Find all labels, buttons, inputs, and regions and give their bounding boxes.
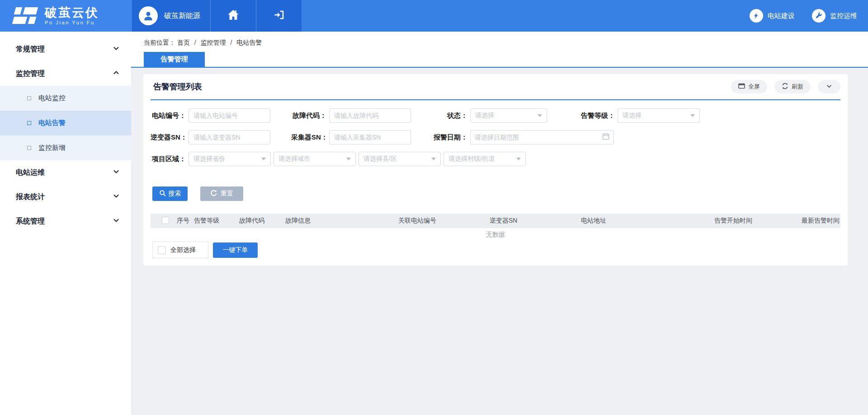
- station-no-label: 电站编号：: [151, 112, 186, 120]
- filter-status: 状态： 请选择: [432, 108, 547, 123]
- collector-sn-input[interactable]: [329, 130, 411, 145]
- province-select[interactable]: 请选择省份: [189, 152, 271, 166]
- breadcrumb: 当前位置： 首页 / 监控管理 / 电站告警: [144, 39, 262, 47]
- chevron-down-icon: [113, 193, 119, 201]
- triangle-down-icon: [431, 158, 436, 160]
- logo-icon: [13, 7, 38, 24]
- header-select-all-checkbox[interactable]: [162, 217, 169, 224]
- city-select[interactable]: 请选择城市: [274, 152, 356, 166]
- select-all-control[interactable]: 全部选择: [152, 242, 208, 258]
- user-menu[interactable]: 破茧新能源: [132, 0, 210, 32]
- app-logo[interactable]: 破茧云伏 Po Jian Yun Fu: [0, 0, 132, 32]
- refresh-button[interactable]: 刷新: [774, 80, 811, 93]
- alarm-level-placeholder: 请选择: [623, 112, 642, 120]
- sidebar-item-station-ops[interactable]: 电站运维: [0, 160, 131, 185]
- topbar-right-nav: 电站建设 监控运维: [750, 0, 868, 32]
- card-title: 告警管理列表: [153, 81, 202, 92]
- fullscreen-label: 全屏: [748, 83, 760, 91]
- filter-form: 电站编号： 故障代码： 状态： 请选择 告警等级：: [151, 100, 840, 166]
- town-select[interactable]: 请选择村镇/街道: [443, 152, 526, 166]
- square-bullet-icon: [27, 121, 31, 125]
- breadcrumb-station-alarm[interactable]: 电站告警: [236, 39, 262, 46]
- sidebar: 常规管理 监控管理 电站监控 电站告警 监控新增 电站运维 报表统计: [0, 32, 131, 415]
- inverter-sn-input[interactable]: [189, 130, 270, 145]
- reset-label: 重置: [221, 190, 233, 198]
- filter-actions: 搜索 重置: [151, 187, 840, 201]
- column-header-latest-alarm-time: 最新告警时间: [802, 217, 840, 225]
- home-button[interactable]: [211, 0, 256, 32]
- triangle-down-icon: [516, 158, 521, 160]
- breadcrumb-separator: /: [230, 39, 232, 46]
- chevron-down-icon: [113, 45, 119, 53]
- chevron-down-icon: [113, 168, 119, 177]
- select-all-label: 全部选择: [170, 246, 196, 254]
- filter-row-2: 逆变器SN： 采集器SN： 报警日期：: [151, 130, 840, 145]
- sidebar-item-label: 电站运维: [16, 168, 45, 177]
- square-bullet-icon: [27, 96, 31, 100]
- topbar-spacer: [302, 0, 750, 32]
- breadcrumb-monitor-management[interactable]: 监控管理: [201, 39, 226, 46]
- sidebar-submenu: 电站监控 电站告警 监控新增: [0, 86, 131, 160]
- breadcrumb-home[interactable]: 首页: [177, 39, 190, 46]
- fault-code-label: 故障代码：: [291, 112, 326, 120]
- column-header-index: 序号: [177, 217, 189, 225]
- tab-alarm-management[interactable]: 告警管理: [144, 52, 205, 67]
- sidebar-item-monitor-management[interactable]: 监控管理: [0, 61, 131, 86]
- filter-region: 项目区域： 请选择省份 请选择城市 请选择县/区 请选择村镇/街道: [151, 152, 528, 166]
- table-footer: 全部选择 一键下单: [151, 242, 840, 258]
- station-no-input[interactable]: [189, 108, 270, 123]
- inverter-sn-label: 逆变器SN：: [151, 133, 186, 142]
- filter-alarm-date: 报警日期：: [432, 130, 614, 145]
- nav-station-build[interactable]: 电站建设: [750, 9, 795, 23]
- nav-monitor-ops[interactable]: 监控运维: [812, 9, 857, 23]
- triangle-down-icon: [538, 114, 542, 117]
- search-label: 搜索: [169, 190, 181, 198]
- sidebar-item-station-monitor[interactable]: 电站监控: [0, 86, 131, 111]
- topbar: 破茧云伏 Po Jian Yun Fu 破茧新能源: [0, 0, 868, 32]
- fault-code-input[interactable]: [329, 108, 411, 123]
- search-icon: [159, 190, 166, 198]
- column-header-alarm-start-time: 告警开始时间: [714, 217, 752, 225]
- sidebar-item-monitor-add[interactable]: 监控新增: [0, 135, 131, 160]
- county-select[interactable]: 请选择县/区: [359, 152, 441, 166]
- sidebar-item-general-management[interactable]: 常规管理: [0, 37, 131, 61]
- sidebar-subitem-label: 监控新增: [38, 144, 66, 152]
- sidebar-item-report-statistics[interactable]: 报表统计: [0, 185, 131, 209]
- one-click-order-button[interactable]: 一键下单: [213, 242, 258, 258]
- login-icon: [274, 10, 284, 22]
- company-name: 破茧新能源: [164, 11, 200, 21]
- alarm-level-label: 告警等级：: [580, 112, 615, 120]
- sidebar-item-station-alarm[interactable]: 电站告警: [0, 111, 131, 135]
- chevron-down-icon: [826, 83, 832, 91]
- column-header-inverter-sn: 逆变器SN: [490, 217, 517, 225]
- select-all-checkbox[interactable]: [158, 246, 166, 254]
- square-bullet-icon: [27, 146, 31, 150]
- alarm-level-select[interactable]: 请选择: [618, 108, 700, 123]
- sidebar-item-label: 报表统计: [16, 192, 45, 202]
- filter-inverter-sn: 逆变器SN：: [151, 130, 270, 145]
- alarm-date-input[interactable]: [475, 134, 602, 141]
- logo-subtitle: Po Jian Yun Fu: [45, 20, 99, 25]
- breadcrumb-separator: /: [194, 39, 196, 46]
- alarm-list-card: 告警管理列表 全屏 刷新: [143, 74, 848, 266]
- alarm-date-range-picker[interactable]: [470, 130, 614, 145]
- card-header: 告警管理列表 全屏 刷新: [151, 74, 840, 100]
- refresh-label: 刷新: [792, 83, 803, 91]
- sidebar-item-system-management[interactable]: 系统管理: [0, 209, 131, 233]
- collapse-panel-button[interactable]: [818, 80, 840, 93]
- status-select[interactable]: 请选择: [470, 108, 547, 123]
- logo-text: 破茧云伏 Po Jian Yun Fu: [45, 6, 99, 25]
- column-header-station-no: 关联电站编号: [398, 217, 436, 225]
- search-button[interactable]: 搜索: [152, 187, 188, 201]
- filter-row-1: 电站编号： 故障代码： 状态： 请选择 告警等级：: [151, 108, 840, 123]
- logo-title: 破茧云伏: [45, 6, 99, 19]
- login-button[interactable]: [256, 0, 302, 32]
- filter-fault-code: 故障代码：: [291, 108, 411, 123]
- fullscreen-button[interactable]: 全屏: [731, 80, 767, 93]
- calendar-icon: [602, 133, 609, 142]
- triangle-down-icon: [261, 158, 266, 160]
- refresh-icon: [782, 83, 788, 91]
- alarm-date-label: 报警日期：: [432, 133, 467, 142]
- breadcrumb-prefix: 当前位置：: [144, 39, 175, 46]
- reset-button[interactable]: 重置: [200, 187, 243, 201]
